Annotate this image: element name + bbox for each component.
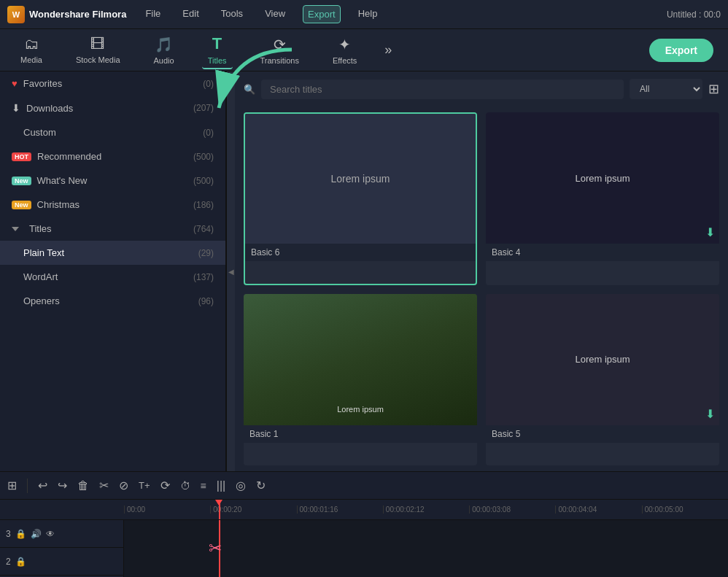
titles-label: Titles bbox=[208, 56, 227, 65]
media-label: Media bbox=[20, 55, 42, 64]
bars-icon[interactable]: ||| bbox=[217, 479, 225, 492]
openers-count: (96) bbox=[198, 296, 214, 306]
timer-icon[interactable]: ⏱ bbox=[180, 480, 190, 492]
delete-icon[interactable]: 🗑 bbox=[77, 479, 89, 492]
menu-export[interactable]: Export bbox=[303, 5, 341, 23]
menu-items: File Edit Tools View Export Help bbox=[141, 5, 382, 23]
sidebar-item-plain-text[interactable]: Plain Text (29) bbox=[0, 241, 225, 265]
ruler-404: 00:00:04:04 bbox=[555, 506, 641, 514]
thumb-basic4[interactable]: Lorem ipsum ⬇ Basic 4 bbox=[486, 112, 719, 285]
grid-toggle-icon[interactable]: ⊞ bbox=[708, 81, 719, 97]
favorites-label: Favorites bbox=[23, 78, 62, 89]
grid-view-icon[interactable]: ⊞ bbox=[7, 479, 17, 492]
media-icon: 🗂 bbox=[24, 36, 39, 53]
sidebar-item-custom[interactable]: Custom (0) bbox=[0, 120, 225, 144]
track-area: ✂ bbox=[124, 520, 728, 577]
thumb-basic6[interactable]: Lorem ipsum Basic 6 bbox=[244, 112, 477, 285]
sidebar-item-downloads[interactable]: ⬇ Downloads (207) bbox=[0, 96, 225, 120]
app-logo: W Wondershare Filmora bbox=[7, 6, 126, 23]
sidebar-item-christmas[interactable]: New Christmas (186) bbox=[0, 193, 225, 217]
search-input[interactable] bbox=[261, 80, 624, 99]
ruler-308: 00:00:03:08 bbox=[469, 506, 555, 514]
sidebar-item-recommended[interactable]: HOT Recommended (500) bbox=[0, 144, 225, 169]
timeline: ⊞ ↩ ↪ 🗑 ✂ ⊘ T+ ⟳ ⏱ ≡ ||| ◎ ↻ 00:00 00:00… bbox=[0, 471, 728, 577]
sidebar-item-openers[interactable]: Openers (96) bbox=[0, 289, 225, 313]
openers-label: Openers bbox=[23, 295, 60, 306]
track1-audio[interactable]: 🔊 bbox=[31, 529, 42, 539]
toolbar-titles[interactable]: T Titles bbox=[202, 31, 233, 69]
download-basic5-btn[interactable]: ⬇ bbox=[705, 407, 715, 421]
new-badge-whats: New bbox=[12, 177, 31, 185]
sidebar-item-whats-new[interactable]: New What's New (500) bbox=[0, 169, 225, 193]
divider1 bbox=[27, 479, 28, 493]
search-icon: 🔍 bbox=[244, 84, 255, 95]
thumb-basic1[interactable]: Lorem ipsum Basic 1 bbox=[244, 294, 477, 465]
toolbar-media[interactable]: 🗂 Media bbox=[15, 33, 48, 67]
ruler-marks: 00:00 00:00:20 00:00:01:16 00:00:02:12 0… bbox=[124, 506, 728, 514]
export-button[interactable]: Export bbox=[649, 39, 713, 62]
adjust-icon[interactable]: ≡ bbox=[201, 480, 206, 492]
toolbar-transitions[interactable]: ⟳ Transitions bbox=[255, 33, 305, 68]
titles-count: (764) bbox=[193, 224, 214, 234]
playhead-triangle bbox=[215, 500, 222, 506]
toolbar-effects[interactable]: ✦ Effects bbox=[327, 33, 363, 68]
track1-lock[interactable]: 🔒 bbox=[15, 529, 26, 539]
menu-edit[interactable]: Edit bbox=[178, 5, 203, 23]
track1-num: 3 bbox=[6, 529, 11, 539]
whats-new-count: (500) bbox=[193, 176, 214, 186]
target-icon[interactable]: ◎ bbox=[236, 479, 246, 492]
download-basic4-btn[interactable]: ⬇ bbox=[705, 225, 715, 239]
download-icon: ⬇ bbox=[12, 102, 20, 114]
thumb-basic1-text: Lorem ipsum bbox=[337, 405, 384, 414]
toolbar-audio[interactable]: 🎵 Audio bbox=[148, 33, 180, 68]
refresh-icon[interactable]: ↻ bbox=[256, 479, 266, 492]
main-area: ♥ Favorites (0) ⬇ Downloads (207) Custom… bbox=[0, 71, 728, 471]
track-row-1: 3 🔒 🔊 👁 bbox=[0, 520, 123, 548]
sidebar: ♥ Favorites (0) ⬇ Downloads (207) Custom… bbox=[0, 71, 226, 471]
track-controls: 3 🔒 🔊 👁 2 🔒 bbox=[0, 520, 124, 577]
new-badge-christmas: New bbox=[12, 201, 31, 209]
search-bar: 🔍 All Favorites Downloads ⊞ bbox=[235, 71, 728, 107]
toolbar-more[interactable]: » bbox=[384, 42, 392, 58]
recommended-count: (500) bbox=[193, 152, 214, 162]
thumb-basic5[interactable]: Lorem ipsum ⬇ Basic 5 bbox=[486, 294, 719, 465]
sidebar-item-favorites[interactable]: ♥ Favorites (0) bbox=[0, 71, 225, 96]
text-add-icon[interactable]: T+ bbox=[139, 480, 150, 491]
cut-icon[interactable]: ✂ bbox=[99, 479, 109, 492]
transitions-label: Transitions bbox=[260, 56, 299, 65]
thumbnail-grid: Lorem ipsum Basic 6 Lorem ipsum ⬇ Basic … bbox=[235, 107, 728, 471]
sidebar-item-titles-group[interactable]: Titles (764) bbox=[0, 217, 225, 241]
sidebar-item-wordart[interactable]: WordArt (137) bbox=[0, 265, 225, 289]
rotate-icon[interactable]: ⟳ bbox=[160, 479, 170, 492]
undo-icon[interactable]: ↩ bbox=[38, 479, 47, 492]
track2-num: 2 bbox=[6, 557, 11, 567]
audio-label: Audio bbox=[154, 56, 174, 65]
menu-tools[interactable]: Tools bbox=[217, 5, 247, 23]
menu-view[interactable]: View bbox=[260, 5, 290, 23]
menu-help[interactable]: Help bbox=[354, 5, 382, 23]
thumb-basic1-img: Lorem ipsum bbox=[244, 294, 477, 425]
toolbar-stock-media[interactable]: 🎞 Stock Media bbox=[70, 33, 126, 67]
track2-lock[interactable]: 🔒 bbox=[15, 557, 26, 567]
audio-icon: 🎵 bbox=[155, 36, 173, 53]
collapse-handle[interactable]: ◀ bbox=[226, 71, 235, 471]
favorites-count: (0) bbox=[203, 79, 214, 89]
thumb-basic6-img: Lorem ipsum bbox=[245, 114, 476, 244]
no-entry-icon[interactable]: ⊘ bbox=[119, 479, 128, 492]
timeline-ruler: 00:00 00:00:20 00:00:01:16 00:00:02:12 0… bbox=[0, 500, 728, 520]
thumb-basic1-label: Basic 1 bbox=[244, 425, 477, 443]
custom-label: Custom bbox=[23, 127, 56, 138]
triangle-icon bbox=[12, 227, 19, 231]
app-name: Wondershare Filmora bbox=[29, 9, 126, 20]
ruler-500: 00:00:05:00 bbox=[642, 506, 728, 514]
thumb-basic4-img: Lorem ipsum ⬇ bbox=[486, 112, 719, 244]
redo-icon[interactable]: ↪ bbox=[58, 479, 67, 492]
menu-bar: W Wondershare Filmora File Edit Tools Vi… bbox=[0, 0, 728, 29]
track-row-2: 2 🔒 bbox=[0, 548, 123, 576]
ruler-116: 00:00:01:16 bbox=[297, 506, 383, 514]
track1-eye[interactable]: 👁 bbox=[46, 529, 55, 539]
filter-select[interactable]: All Favorites Downloads bbox=[630, 79, 702, 99]
thumb-basic5-label: Basic 5 bbox=[486, 425, 719, 443]
timeline-tracks: 3 🔒 🔊 👁 2 🔒 ✂ bbox=[0, 520, 728, 577]
menu-file[interactable]: File bbox=[141, 5, 165, 23]
